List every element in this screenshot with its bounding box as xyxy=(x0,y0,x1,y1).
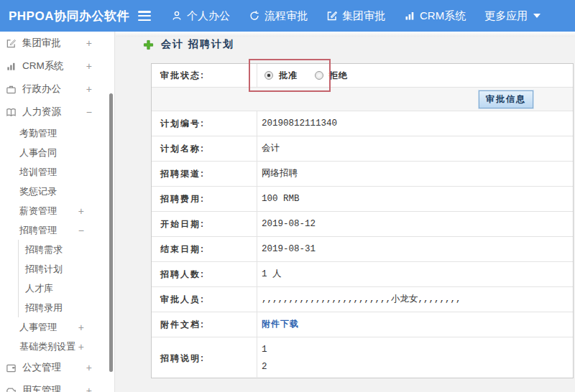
sidebar: 集团审批 + CRM系统 + 行政办公 + 人力资源 − 考勤管理 人事合同 培… xyxy=(0,32,115,392)
process-icon xyxy=(249,10,260,22)
sidebar-item-documents[interactable]: 公文管理 + xyxy=(0,356,114,379)
sidebar-item-label: 招聘录用 xyxy=(25,302,63,314)
topbar-item-label: 流程审批 xyxy=(264,9,308,23)
expand-plus-icon[interactable]: + xyxy=(86,385,92,392)
sidebar-item-label: 薪资管理 xyxy=(19,205,57,218)
car-icon xyxy=(6,386,17,392)
expand-plus-icon[interactable]: + xyxy=(86,60,92,72)
person-icon xyxy=(171,10,183,22)
sidebar-item-recruitment[interactable]: 招聘管理 − xyxy=(0,220,114,240)
expand-plus-icon[interactable]: + xyxy=(78,322,84,333)
sidebar-item-personnel[interactable]: 人事管理 + xyxy=(0,317,114,337)
expand-plus-icon[interactable]: + xyxy=(86,362,92,373)
field-value: 会计 xyxy=(257,136,573,161)
approval-radio-group: 批准 拒绝 xyxy=(257,64,573,87)
radio-reject[interactable]: 拒绝 xyxy=(315,70,348,82)
field-label: 开始日期: xyxy=(152,212,257,236)
field-row-description: 招聘说明: 1 2 xyxy=(152,337,573,379)
caret-down-icon xyxy=(533,14,540,18)
topbar-item-group-approval[interactable]: 集团审批 xyxy=(326,9,385,23)
collapse-minus-icon[interactable]: − xyxy=(78,225,84,236)
topbar-item-label: 集团审批 xyxy=(342,9,385,23)
topbar-item-process-approval[interactable]: 流程审批 xyxy=(249,9,308,23)
sidebar-item-label: 基础类别设置 xyxy=(19,340,75,353)
collapse-minus-icon[interactable]: − xyxy=(86,106,92,118)
sidebar-item-label: 用车管理 xyxy=(22,384,61,392)
sidebar-item-talent-pool[interactable]: 人才库 xyxy=(18,279,114,298)
sidebar-item-vehicle[interactable]: 用车管理 + xyxy=(0,379,114,392)
bar-chart-icon xyxy=(404,10,415,22)
sidebar-item-label: 招聘管理 xyxy=(19,224,57,237)
approval-status-row: 审批状态: 批准 拒绝 xyxy=(152,64,573,88)
topbar-item-personal-office[interactable]: 个人办公 xyxy=(171,9,230,23)
book-icon xyxy=(6,107,17,118)
radio-approve[interactable]: 批准 xyxy=(264,70,298,82)
sidebar-item-label: 考勤管理 xyxy=(19,127,57,140)
sidebar-item-label: CRM系统 xyxy=(22,60,64,73)
briefcase-icon xyxy=(6,84,17,95)
sidebar-item-crm[interactable]: CRM系统 + xyxy=(0,55,114,78)
sidebar-item-training[interactable]: 培训管理 xyxy=(0,162,114,182)
field-label: 计划编号: xyxy=(152,111,257,136)
field-label: 审批状态: xyxy=(152,64,257,87)
approval-info-button[interactable]: 审批信息 xyxy=(479,90,533,108)
field-value: ,,,,,,,,,,,,,,,,,,,,,,,,小龙女,,,,,,,, xyxy=(257,287,573,312)
field-row-headcount: 招聘人数: 1 人 xyxy=(152,262,573,287)
plus-icon xyxy=(143,39,154,50)
bar-chart-icon xyxy=(6,61,17,72)
radio-label: 拒绝 xyxy=(329,70,348,82)
expand-plus-icon[interactable]: + xyxy=(78,205,84,217)
expand-plus-icon[interactable]: + xyxy=(78,341,84,353)
sidebar-item-attendance[interactable]: 考勤管理 xyxy=(0,123,114,143)
sidebar-item-label: 行政办公 xyxy=(22,83,61,95)
sidebar-item-human-resources[interactable]: 人力资源 − xyxy=(0,101,114,123)
field-value: 1 2 xyxy=(257,337,573,379)
field-row-attachment: 附件文档: 附件下载 xyxy=(152,312,573,337)
sidebar-item-salary[interactable]: 薪资管理 + xyxy=(0,201,114,220)
field-value: 100 RMB xyxy=(257,187,573,211)
sidebar-item-rewards[interactable]: 奖惩记录 xyxy=(0,182,114,201)
topbar-item-label: 个人办公 xyxy=(187,9,230,23)
detail-form: 审批状态: 批准 拒绝 审批信息 计划编号: 20190812111340 计划… xyxy=(151,63,574,378)
expand-plus-icon[interactable]: + xyxy=(86,37,92,49)
sidebar-item-base-category[interactable]: 基础类别设置 + xyxy=(0,337,114,356)
field-value: 网络招聘 xyxy=(257,162,573,186)
sidebar-item-group-approval[interactable]: 集团审批 + xyxy=(0,32,114,55)
app-title: PHPOA协同办公软件 xyxy=(0,8,138,24)
radio-circle-icon[interactable] xyxy=(264,71,273,80)
field-row-plan-name: 计划名称: 会计 xyxy=(152,136,573,162)
field-value: 1 人 xyxy=(257,262,573,286)
sidebar-item-label: 人事合同 xyxy=(19,146,57,159)
field-value: 20190812111340 xyxy=(257,111,573,136)
sidebar-item-label: 奖惩记录 xyxy=(19,185,57,198)
topbar-item-label: CRM系统 xyxy=(420,9,466,23)
field-row-start-date: 开始日期: 2019-08-12 xyxy=(152,212,573,237)
sidebar-item-administration[interactable]: 行政办公 + xyxy=(0,78,114,101)
field-label: 审批人员: xyxy=(152,287,257,312)
field-label: 招聘渠道: xyxy=(152,162,257,186)
menu-icon[interactable] xyxy=(138,11,151,21)
edit-square-icon xyxy=(6,38,17,49)
field-value: 2019-08-12 xyxy=(257,212,573,236)
field-label: 招聘费用: xyxy=(152,187,257,211)
field-label: 结束日期: xyxy=(152,237,257,261)
expand-plus-icon[interactable]: + xyxy=(86,83,92,95)
sidebar-item-recruitment-hiring[interactable]: 招聘录用 xyxy=(18,298,114,317)
approval-action-row: 审批信息 xyxy=(152,88,573,111)
sidebar-item-recruitment-plan[interactable]: 招聘计划 xyxy=(18,259,114,279)
topbar-menu: 个人办公 流程审批 集团审批 CRM系统 xyxy=(171,9,559,23)
sidebar-scrollbar[interactable] xyxy=(109,93,113,372)
attachment-download-link[interactable]: 附件下载 xyxy=(262,316,299,333)
radio-label: 批准 xyxy=(279,70,298,82)
field-label: 附件文档: xyxy=(152,312,257,337)
radio-circle-icon[interactable] xyxy=(315,71,323,80)
sidebar-item-label: 人事管理 xyxy=(19,321,57,334)
sidebar-item-label: 人力资源 xyxy=(22,106,61,118)
field-label: 招聘说明: xyxy=(152,337,257,379)
page-title: 会计 招聘计划 xyxy=(161,38,234,51)
topbar-item-crm[interactable]: CRM系统 xyxy=(404,9,466,23)
sidebar-item-hr-contract[interactable]: 人事合同 xyxy=(0,143,114,162)
topbar-item-more-apps[interactable]: 更多应用 xyxy=(484,9,540,23)
sidebar-item-label: 招聘需求 xyxy=(25,243,63,256)
sidebar-item-recruitment-demand[interactable]: 招聘需求 xyxy=(18,240,114,259)
